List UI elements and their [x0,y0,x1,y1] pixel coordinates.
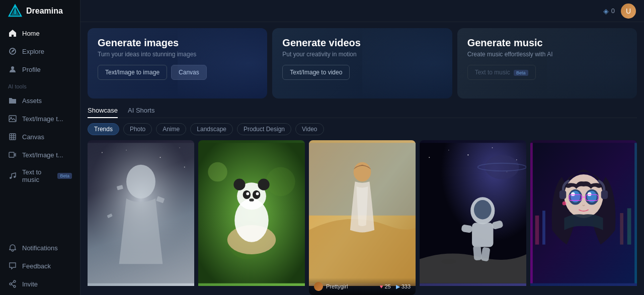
compass-icon [8,47,17,56]
svg-rect-68 [634,143,637,283]
model-username: Prettygirl [326,283,348,289]
tab-ai-shorts[interactable]: AI Shorts [128,104,154,118]
svg-point-19 [14,285,16,287]
svg-rect-69 [535,216,539,245]
sidebar-item-assets[interactable]: Assets [0,91,80,110]
hero-music-subtitle: Create music effortlessly with AI [467,51,627,58]
sidebar-item-textimage2[interactable]: Text/Image t... [0,146,80,164]
image-grid: Prettygirl ♥ 25 ▶ 333 [88,140,637,295]
music-icon [8,171,17,180]
svg-point-54 [516,159,517,160]
sidebar-item-canvas[interactable]: Canvas [0,128,80,146]
message-icon [8,261,17,270]
svg-point-17 [14,280,16,282]
showcase-section: Showcase AI Shorts Trends Photo Anime La… [80,104,644,295]
credits-value: 0 [611,7,615,15]
svg-point-40 [258,179,270,190]
home-icon [8,29,17,38]
svg-point-60 [474,200,492,220]
model-user-avatar [314,282,323,291]
sidebar-item-texttomusic[interactable]: Text to music Beta [0,164,80,188]
sidebar-item-home[interactable]: Home [0,24,80,42]
svg-point-24 [126,150,127,151]
svg-rect-64 [473,245,482,260]
svg-rect-9 [10,134,16,140]
svg-point-57 [478,163,526,171]
topbar: ◈ 0 U [80,0,644,22]
user-icon [8,65,17,74]
canvas-icon [8,132,17,141]
svg-point-23 [102,152,103,153]
model-views: ▶ 333 [396,283,411,290]
logo[interactable]: Dreamina [0,0,80,22]
grid-item-model-overlay: Prettygirl ♥ 25 ▶ 333 [309,278,416,295]
svg-point-16 [14,176,16,178]
hero-images-buttons: Text/Image to image Canvas [98,65,257,80]
model-user-info: Prettygirl [314,282,348,291]
video-icon [8,150,17,159]
grid-item-panda[interactable] [198,140,305,295]
sidebar-item-profile[interactable]: Profile [0,60,80,78]
filter-photo[interactable]: Photo [123,123,152,135]
grid-item-anime[interactable] [530,140,637,295]
grid-item-model[interactable]: Prettygirl ♥ 25 ▶ 333 [309,140,416,295]
hero-card-videos: Generate videos Put your creativity in m… [272,28,452,99]
sidebar-item-feedback[interactable]: Feedback [0,257,80,275]
filter-trends[interactable]: Trends [88,123,119,135]
sidebar-item-explore[interactable]: Explore [0,42,80,60]
canvas-button[interactable]: Canvas [171,65,207,80]
view-icon: ▶ [396,283,400,290]
grid-item-astronaut[interactable] [420,140,526,295]
svg-point-45 [249,199,254,202]
tab-showcase[interactable]: Showcase [88,104,118,118]
hero-images-subtitle: Turn your ideas into stunning images [98,51,257,58]
svg-rect-86 [601,190,608,199]
svg-point-6 [11,66,14,69]
hero-music-buttons: Text to music Beta [467,65,627,80]
svg-point-43 [246,192,249,195]
sidebar-item-notifications[interactable]: Notifications [0,239,80,257]
main-content: ◈ 0 U Generate images Turn your ideas in… [80,0,644,295]
tabs-row: Showcase AI Shorts [88,104,637,118]
svg-point-34 [266,167,295,196]
svg-point-44 [256,192,259,195]
music-beta-badge: Beta [514,70,528,76]
svg-rect-85 [559,190,566,199]
textimage-to-image-button[interactable]: Text/Image to image [98,65,167,80]
svg-point-52 [467,154,468,155]
svg-rect-61 [472,223,493,247]
user-avatar[interactable]: U [621,4,636,19]
svg-point-53 [492,147,493,148]
svg-line-20 [12,282,14,283]
svg-rect-67 [530,143,533,283]
hero-card-music: Generate music Create music effortlessly… [457,28,637,99]
grid-item-statue[interactable] [88,140,194,295]
image-icon [8,114,17,123]
ai-tools-label: AI tools [0,78,80,91]
filter-product-design[interactable]: Product Design [237,123,291,135]
logo-text: Dreamina [26,7,63,16]
bell-icon [8,243,17,252]
svg-point-33 [208,162,227,182]
model-stats: ♥ 25 ▶ 333 [380,283,411,290]
filter-row: Trends Photo Anime Landscape Product Des… [88,123,637,135]
svg-rect-83 [569,194,582,201]
svg-point-27 [184,166,185,167]
textimage-to-video-button[interactable]: Text/Image to video [282,65,350,80]
svg-point-25 [160,157,161,158]
svg-rect-14 [9,152,14,157]
svg-point-15 [10,177,12,179]
sidebar-item-invite[interactable]: Invite [0,275,80,293]
text-to-music-button[interactable]: Text to music Beta [467,65,536,80]
filter-anime[interactable]: Anime [156,123,186,135]
svg-rect-71 [620,213,623,245]
svg-rect-72 [627,208,631,244]
model-likes: ♥ 25 [380,283,391,289]
svg-point-51 [448,150,449,151]
filter-video[interactable]: Video [295,123,324,135]
svg-point-50 [429,157,430,158]
diamond-icon: ◈ [603,7,609,15]
filter-landscape[interactable]: Landscape [190,123,233,135]
svg-point-26 [179,147,180,148]
sidebar-item-textimage1[interactable]: Text/Image t... [0,110,80,128]
